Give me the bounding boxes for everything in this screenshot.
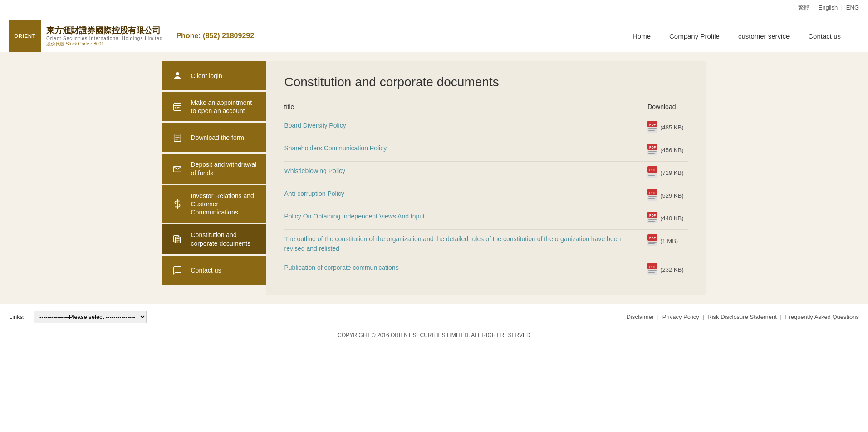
links-select[interactable]: ---------------Please select -----------… — [34, 311, 147, 323]
sidebar-label-deposit-withdrawal: Deposit and withdrawal of funds — [191, 160, 259, 177]
svg-rect-35 — [648, 175, 655, 176]
sidebar-item-contact-us[interactable]: Contact us — [162, 256, 266, 285]
doc-link-5[interactable]: The outline of the constitution of the o… — [284, 235, 621, 252]
svg-text:PDF: PDF — [649, 237, 656, 240]
stock-code: 股份代號 Stock Code：8001 — [46, 41, 162, 47]
nav-customer-service[interactable]: customer service — [729, 27, 799, 45]
doc-download-cell: PDF (529 KB) — [638, 184, 688, 207]
logo-area: ORIENT 東方滙財證券國際控股有限公司 Orient Securities … — [9, 20, 614, 52]
svg-text:PDF: PDF — [649, 191, 656, 194]
pdf-icon: PDF — [647, 166, 657, 179]
pdf-icon: PDF — [647, 189, 657, 202]
footer-link-disclaimer[interactable]: Disclaimer — [626, 313, 654, 320]
svg-rect-45 — [648, 221, 655, 222]
nav-company-profile[interactable]: Company Profile — [660, 27, 729, 45]
content-area: Constitution and corporate documents tit… — [266, 61, 706, 295]
svg-point-0 — [176, 72, 179, 75]
svg-rect-54 — [648, 270, 657, 271]
doc-download-cell: PDF (440 KB) — [638, 207, 688, 230]
pdf-icon: PDF — [647, 121, 657, 134]
svg-rect-39 — [648, 196, 657, 197]
svg-text:PDF: PDF — [649, 214, 656, 217]
sidebar-item-investor-relations[interactable]: Investor Relations and Customer Communic… — [162, 185, 266, 223]
doc-link-0[interactable]: Board Diversity Policy — [284, 122, 346, 129]
table-row: Publication of corporate communications … — [284, 258, 688, 281]
svg-rect-30 — [648, 153, 655, 154]
doc-link-4[interactable]: Policy On Obtaining Independent Views An… — [284, 213, 425, 220]
footer-link-faq[interactable]: Frequently Asked Questions — [785, 313, 859, 320]
footer-link-risk[interactable]: Risk Disclosure Statement — [707, 313, 776, 320]
col-title: title — [284, 100, 639, 116]
download-cell: PDF (232 KB) — [647, 263, 683, 276]
footer-link-privacy[interactable]: Privacy Policy — [662, 313, 699, 320]
svg-rect-29 — [648, 151, 657, 152]
svg-text:PDF: PDF — [649, 169, 656, 172]
doc-title-cell: Whistleblowing Policy — [284, 162, 639, 184]
svg-rect-55 — [648, 272, 655, 273]
footer-sep-2: | — [702, 313, 706, 320]
table-row: Policy On Obtaining Independent Views An… — [284, 207, 688, 230]
svg-rect-6 — [177, 107, 178, 108]
links-label: Links: — [9, 313, 25, 320]
nav-contact-us[interactable]: Contact us — [799, 27, 850, 45]
person-icon — [169, 68, 186, 84]
sidebar-item-constitution[interactable]: Constitution and corporate documents — [162, 224, 266, 253]
doc-download-cell: PDF (1 MB) — [638, 230, 688, 258]
download-cell: PDF (719 KB) — [647, 166, 683, 179]
language-bar: 繁體 | English | ENG — [0, 0, 868, 15]
calendar-icon — [169, 99, 186, 115]
sidebar-item-client-login[interactable]: Client login — [162, 61, 266, 90]
lang-eng[interactable]: ENG — [846, 4, 859, 11]
svg-rect-8 — [175, 109, 176, 109]
footer-sep-3: | — [780, 313, 783, 320]
doc-link-3[interactable]: Anti-corruption Policy — [284, 190, 344, 197]
doc-size: (232 KB) — [660, 266, 683, 273]
nav-home[interactable]: Home — [623, 27, 660, 45]
doc-size: (529 KB) — [660, 192, 683, 199]
copyright-text: COPYRIGHT © 2016 ORIENT SECURITIES LIMIT… — [338, 332, 530, 338]
sidebar-label-client-login: Client login — [191, 72, 222, 80]
svg-rect-24 — [648, 128, 657, 129]
sidebar-item-deposit-withdrawal[interactable]: Deposit and withdrawal of funds — [162, 154, 266, 183]
svg-rect-9 — [177, 109, 178, 109]
col-download: Download — [638, 100, 688, 116]
footer-sep-1: | — [657, 313, 661, 320]
sidebar-label-download-form: Download the form — [191, 134, 245, 142]
doc-size: (485 KB) — [660, 124, 683, 131]
doc-download-cell: PDF (232 KB) — [638, 258, 688, 281]
svg-rect-49 — [648, 242, 657, 243]
doc-link-2[interactable]: Whistleblowing Policy — [284, 167, 346, 174]
chat-icon — [169, 262, 186, 278]
logo-text-area: 東方滙財證券國際控股有限公司 Orient Securities Interna… — [46, 25, 162, 47]
doc-download-cell: PDF (485 KB) — [638, 116, 688, 139]
sidebar-label-investor-relations: Investor Relations and Customer Communic… — [191, 192, 259, 217]
svg-text:PDF: PDF — [649, 123, 656, 126]
phone-number: Phone: (852) 21809292 — [176, 32, 254, 40]
footer-right-links: Disclaimer | Privacy Policy | Risk Discl… — [626, 313, 859, 320]
envelope-icon — [169, 161, 186, 177]
svg-rect-25 — [648, 130, 655, 131]
doc-title-cell: Anti-corruption Policy — [284, 184, 639, 207]
svg-text:PDF: PDF — [649, 265, 656, 268]
download-cell: PDF (440 KB) — [647, 212, 683, 225]
sidebar-item-download-form[interactable]: Download the form — [162, 123, 266, 152]
documents-table: title Download Board Diversity Policy PD… — [284, 100, 688, 281]
lang-separator-1: | — [814, 4, 817, 11]
pdf-icon: PDF — [647, 234, 657, 248]
svg-rect-44 — [648, 219, 657, 220]
company-name-english: Orient Securities International Holdings… — [46, 36, 162, 41]
download-cell: PDF (529 KB) — [647, 189, 683, 202]
sidebar-item-appointment[interactable]: Make an appointment to open an account — [162, 92, 266, 121]
doc-link-1[interactable]: Shareholders Communication Policy — [284, 144, 387, 152]
sidebar-label-constitution: Constitution and corporate documents — [191, 231, 259, 247]
lang-traditional[interactable]: 繁體 — [798, 4, 810, 11]
table-row: Whistleblowing Policy PDF (719 KB) — [284, 162, 688, 184]
table-row: The outline of the constitution of the o… — [284, 230, 688, 258]
pdf-icon: PDF — [647, 144, 657, 157]
doc-link-6[interactable]: Publication of corporate communications — [284, 264, 399, 271]
form-icon — [169, 129, 186, 146]
doc-title-cell: The outline of the constitution of the o… — [284, 230, 639, 258]
sidebar: Client login Make an — [162, 61, 266, 295]
lang-english[interactable]: English — [819, 4, 838, 11]
doc-title-cell: Policy On Obtaining Independent Views An… — [284, 207, 639, 230]
